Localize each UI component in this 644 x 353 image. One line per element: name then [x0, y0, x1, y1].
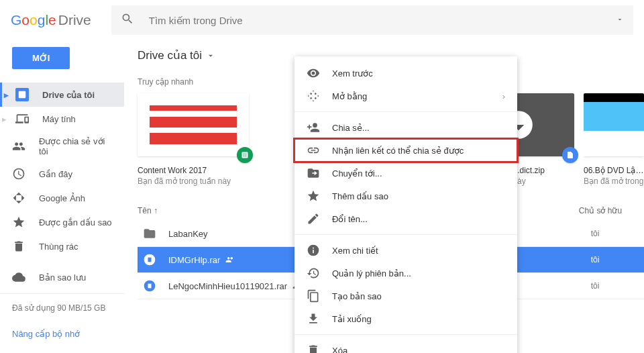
file-badge-icon: [562, 147, 578, 163]
delete-icon: [307, 344, 320, 353]
menu-copy[interactable]: Tạo bản sao: [294, 285, 517, 307]
sidebar-item-label: Được chia sẻ với tôi: [39, 136, 112, 156]
sidebar-item-label: Bản sao lưu: [39, 272, 86, 283]
logo[interactable]: Google Drive: [11, 12, 91, 28]
shared-icon: [12, 140, 25, 153]
folder-icon: [143, 227, 156, 240]
star-icon: [12, 215, 25, 229]
storage-text: Đã sử dụng 90 MB/15 GB: [0, 293, 124, 322]
drive-icon: [15, 88, 29, 101]
sidebar-item-label: Google Ảnh: [39, 193, 85, 203]
devices-icon: [15, 112, 29, 125]
file-owner: tôi: [551, 229, 639, 238]
link-icon: [307, 144, 320, 157]
menu-details[interactable]: Xem chi tiết: [294, 239, 517, 262]
person-add-icon: [307, 121, 320, 134]
menu-label: Thêm dấu sao: [332, 191, 388, 201]
svg-rect-2: [148, 284, 152, 289]
sidebar-item-label: Thùng rác: [39, 242, 78, 252]
file-icon: [143, 279, 156, 293]
open-icon: [307, 89, 320, 103]
backup-icon: [12, 270, 25, 284]
new-button[interactable]: MỚI: [12, 47, 70, 69]
sidebar-item-my-drive[interactable]: ▸ Drive của tôi: [0, 83, 124, 107]
menu-share[interactable]: Chia sẻ...: [294, 116, 517, 139]
menu-move[interactable]: Chuyển tới...: [294, 162, 517, 185]
recent-icon: [12, 167, 25, 181]
trash-icon: [12, 240, 25, 253]
menu-divider: [294, 334, 517, 335]
search-bar[interactable]: [111, 5, 633, 35]
sidebar-item-recent[interactable]: Gần đây: [0, 162, 124, 186]
sidebar-item-label: Drive của tôi: [42, 90, 95, 100]
move-icon: [307, 166, 320, 180]
menu-label: Đổi tên...: [332, 214, 368, 224]
menu-rename[interactable]: Đổi tên...: [294, 207, 517, 230]
shared-indicator-icon: [225, 255, 235, 264]
menu-download[interactable]: Tải xuống: [294, 307, 517, 330]
menu-label: Tạo bản sao: [332, 291, 382, 301]
menu-label: Xóa: [332, 346, 347, 354]
sidebar: MỚI ▸ Drive của tôi ▸ Máy tính Được chia…: [0, 40, 124, 353]
menu-label: Chia sẻ...: [332, 123, 370, 133]
sidebar-item-label: Được gắn dấu sao: [39, 217, 112, 228]
menu-label: Xem trước: [332, 68, 373, 79]
menu-label: Tải xuống: [332, 314, 372, 324]
card-title: 06.Bộ DVD Lập t: [584, 166, 644, 175]
menu-get-link[interactable]: Nhận liên kết có thể chia sẻ được: [294, 139, 517, 162]
eye-icon: [307, 66, 320, 80]
menu-label: Chuyển tới...: [332, 168, 382, 179]
search-input[interactable]: [149, 15, 616, 26]
menu-label: Nhận liên kết có thể chia sẻ được: [332, 146, 464, 156]
sheets-badge-icon: [237, 147, 253, 163]
rename-icon: [307, 212, 320, 225]
file-icon: [143, 253, 156, 266]
search-icon: [121, 12, 134, 28]
menu-preview[interactable]: Xem trước: [294, 62, 517, 85]
info-icon: [307, 244, 320, 257]
chevron-down-icon: [206, 51, 215, 60]
history-icon: [307, 266, 320, 280]
sidebar-item-label: Máy tính: [42, 114, 76, 124]
upgrade-link[interactable]: Nâng cấp bộ nhớ: [0, 322, 124, 346]
menu-open-with[interactable]: Mở bằng ›: [294, 85, 517, 107]
copy-icon: [307, 289, 320, 303]
menu-label: Quản lý phiên bản...: [332, 268, 411, 279]
menu-versions[interactable]: Quản lý phiên bản...: [294, 262, 517, 285]
quick-card[interactable]: 06.Bộ DVD Lập t Bạn đã mở trong: [584, 93, 644, 186]
card-subtitle: Bạn đã mở trong tuần này: [138, 176, 249, 186]
menu-delete[interactable]: Xóa: [294, 339, 517, 353]
download-icon: [307, 312, 320, 325]
menu-divider: [294, 111, 517, 112]
sidebar-item-computers[interactable]: ▸ Máy tính: [0, 107, 124, 131]
file-owner: tôi: [551, 255, 639, 264]
sidebar-item-shared[interactable]: Được chia sẻ với tôi: [0, 131, 124, 162]
star-outline-icon: [307, 189, 320, 203]
sidebar-item-trash[interactable]: Thùng rác: [0, 234, 124, 258]
card-subtitle: Bạn đã mở trong: [584, 176, 644, 186]
column-owner[interactable]: Chủ sở hữu: [557, 206, 644, 215]
sidebar-item-starred[interactable]: Được gắn dấu sao: [0, 210, 124, 234]
card-title: Content Work 2017: [138, 166, 249, 175]
search-options-icon[interactable]: [616, 14, 624, 26]
sidebar-item-label: Gần đây: [39, 169, 72, 179]
quick-card[interactable]: Content Work 2017 Bạn đã mở trong tuần n…: [138, 93, 249, 186]
menu-divider: [294, 234, 517, 235]
file-owner: tôi: [551, 281, 639, 291]
menu-label: Xem chi tiết: [332, 246, 378, 256]
sidebar-item-photos[interactable]: Google Ảnh: [0, 186, 124, 210]
sidebar-item-backup[interactable]: Bản sao lưu: [0, 265, 124, 289]
menu-star[interactable]: Thêm dấu sao: [294, 185, 517, 207]
context-menu: Xem trước Mở bằng › Chia sẻ... Nhận liên…: [294, 56, 517, 353]
photos-icon: [12, 191, 25, 205]
chevron-right-icon: ›: [502, 91, 505, 101]
header: Google Drive: [0, 0, 644, 40]
menu-label: Mở bằng: [332, 91, 367, 101]
